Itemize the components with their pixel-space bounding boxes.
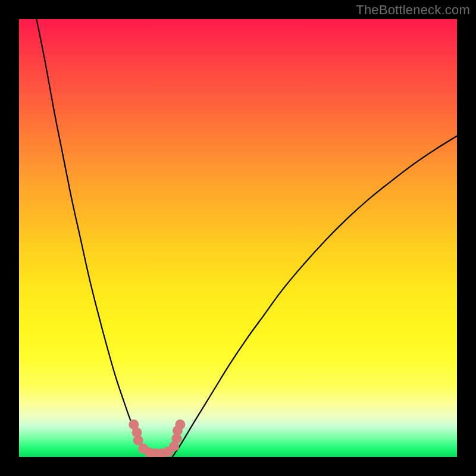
chart-frame: TheBottleneck.com — [0, 0, 476, 476]
curve-layer — [36, 19, 457, 457]
curve-left-branch — [36, 19, 150, 457]
plot-area — [19, 19, 457, 457]
marker-dot — [133, 436, 143, 446]
curve-right-branch — [173, 136, 457, 457]
marker-dot — [175, 419, 185, 430]
chart-svg — [19, 19, 457, 457]
watermark-text: TheBottleneck.com — [356, 2, 470, 18]
